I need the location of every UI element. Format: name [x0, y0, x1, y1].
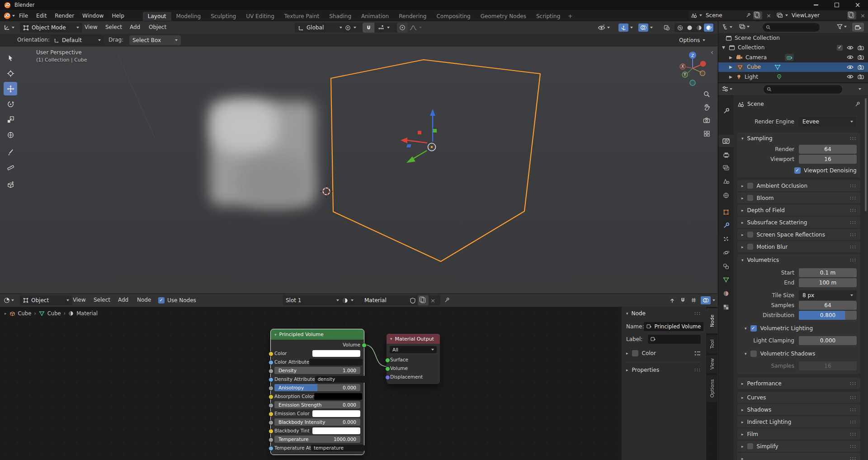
- properties-panel-header[interactable]: ▸ Properties: [626, 367, 701, 373]
- emission-color-swatch[interactable]: [312, 410, 360, 417]
- hide-eye-icon[interactable]: [847, 65, 854, 70]
- tab-modifiers[interactable]: [718, 219, 734, 232]
- new-material-button[interactable]: [418, 295, 429, 305]
- shader-type-dropdown[interactable]: Object: [20, 295, 72, 305]
- region-collapse-icon[interactable]: ‹: [711, 48, 713, 57]
- sidebar-tab-node[interactable]: Node: [706, 308, 717, 333]
- scene-selector[interactable]: Scene ×: [689, 11, 775, 20]
- menu-add[interactable]: Add: [126, 24, 144, 30]
- socket-temperature-attribute-input[interactable]: [269, 446, 274, 451]
- camera-data-icon[interactable]: [785, 54, 794, 61]
- section-checkbox[interactable]: [747, 244, 753, 250]
- section-partial[interactable]: ▸: [737, 453, 860, 460]
- socket-density-input[interactable]: [269, 369, 274, 374]
- editor-type-viewport-button[interactable]: [4, 24, 14, 31]
- panel-grip-icon[interactable]: [849, 196, 856, 200]
- samples-field[interactable]: 64: [799, 301, 857, 310]
- section-performance[interactable]: ▸ Performance: [737, 378, 860, 389]
- editor-type-outliner-button[interactable]: [722, 24, 732, 30]
- menu-add[interactable]: Add: [114, 297, 132, 303]
- output-target-dropdown[interactable]: All: [390, 346, 437, 353]
- tab-constraints[interactable]: [718, 260, 734, 272]
- editor-type-shader-button[interactable]: [4, 297, 14, 304]
- tab-tool[interactable]: [718, 105, 734, 117]
- light-clamping-field[interactable]: 0.000: [799, 336, 857, 345]
- tab-object[interactable]: [718, 206, 734, 218]
- zoom-button[interactable]: [701, 88, 712, 100]
- properties-options-dropdown[interactable]: [859, 88, 861, 90]
- socket-volume-output[interactable]: [362, 343, 367, 348]
- tab-modeling[interactable]: Modeling: [171, 12, 206, 21]
- distribution-slider[interactable]: 0.800: [799, 311, 857, 320]
- sidebar-tab-view[interactable]: View: [706, 355, 717, 373]
- render-camera-icon[interactable]: [858, 74, 864, 79]
- section-film[interactable]: ▸ Film: [737, 428, 860, 440]
- outliner-row-collection[interactable]: ▼ Collection: [718, 43, 868, 53]
- tab-material[interactable]: [718, 287, 734, 299]
- mesh-data-icon[interactable]: [774, 64, 781, 70]
- render-engine-dropdown[interactable]: Eevee: [799, 117, 857, 127]
- section-checkbox[interactable]: [747, 195, 753, 201]
- render-camera-icon[interactable]: [858, 65, 864, 70]
- exclude-checkbox[interactable]: [837, 45, 843, 51]
- temperature-attribute-field[interactable]: temperature: [311, 445, 364, 451]
- panel-grip-icon[interactable]: [849, 396, 856, 399]
- viewport-denoising-row[interactable]: Viewport Denoising: [794, 167, 857, 174]
- filter-dropdown[interactable]: [837, 24, 847, 29]
- section-bloom[interactable]: ▸ Bloom: [737, 192, 860, 204]
- options-dropdown[interactable]: Options: [679, 35, 705, 45]
- breadcrumb-scene[interactable]: Scene: [747, 101, 764, 107]
- socket-color-input[interactable]: [269, 351, 274, 356]
- tool-select-box[interactable]: [4, 51, 17, 65]
- tool-annotate[interactable]: [4, 145, 17, 159]
- tab-texture[interactable]: [718, 301, 734, 313]
- node-canvas[interactable]: ▸ Cube › Cube › Material: [0, 307, 717, 460]
- menu-select[interactable]: Select: [90, 297, 114, 303]
- fake-user-shield-button[interactable]: [408, 295, 418, 305]
- tab-uv-editing[interactable]: UV Editing: [241, 12, 279, 21]
- section-ambient-occlusion[interactable]: ▸ Ambient Occlusion: [737, 180, 860, 191]
- disclosure-closed-icon[interactable]: ▶: [729, 55, 732, 60]
- panel-grip-icon[interactable]: [849, 137, 856, 140]
- tab-scene[interactable]: [718, 175, 734, 187]
- pin-icon[interactable]: [745, 13, 751, 18]
- blackbody-tint-swatch[interactable]: [312, 427, 360, 434]
- new-viewlayer-button[interactable]: [847, 11, 856, 19]
- navigation-gizmo[interactable]: Z X Y: [677, 48, 709, 87]
- outliner-display-mode-dropdown[interactable]: [739, 24, 750, 29]
- tab-output[interactable]: [718, 149, 734, 161]
- panel-grip-icon[interactable]: [849, 209, 856, 212]
- row-label[interactable]: Light: [745, 74, 758, 80]
- tool-orientation-dropdown[interactable]: Default: [51, 35, 104, 45]
- shadow-samples-field[interactable]: 16: [799, 361, 857, 370]
- section-motion-blur[interactable]: ▸ Motion Blur: [737, 241, 860, 252]
- go-parent-node-icon[interactable]: [669, 297, 675, 304]
- socket-blackbody-tint-input[interactable]: [269, 429, 274, 434]
- viewlayer-selector[interactable]: ViewLayer ×: [775, 11, 868, 20]
- menu-window[interactable]: Window: [78, 13, 108, 19]
- row-label[interactable]: Camera: [745, 54, 767, 61]
- density-slider[interactable]: Density 1.000: [274, 367, 360, 374]
- tab-world[interactable]: [718, 189, 734, 201]
- overlays-dropdown[interactable]: [650, 27, 653, 28]
- menu-object[interactable]: Object: [145, 24, 170, 30]
- section-screen-space-reflections[interactable]: ▸ Screen Space Reflections: [737, 229, 860, 240]
- chevron-down-icon[interactable]: [712, 299, 715, 301]
- tool-rotate[interactable]: [4, 97, 17, 111]
- socket-volume-input[interactable]: [385, 366, 390, 371]
- tab-render[interactable]: [718, 135, 734, 147]
- render-camera-icon[interactable]: [858, 55, 864, 60]
- pin-icon[interactable]: [444, 297, 450, 303]
- menu-view[interactable]: View: [80, 24, 101, 30]
- render-camera-icon[interactable]: [858, 45, 864, 51]
- shading-wireframe-button[interactable]: [675, 24, 685, 32]
- density-attribute-field[interactable]: density: [315, 376, 368, 383]
- remove-viewlayer-button[interactable]: ×: [859, 12, 867, 19]
- light-data-icon[interactable]: [776, 74, 782, 80]
- disclosure-closed-icon[interactable]: ▶: [729, 65, 732, 69]
- tool-transform[interactable]: [4, 128, 17, 142]
- panel-grip-icon[interactable]: [694, 312, 701, 315]
- tab-texture-paint[interactable]: Texture Paint: [279, 12, 324, 21]
- pin-icon[interactable]: [854, 101, 860, 107]
- maximize-button[interactable]: [826, 0, 847, 10]
